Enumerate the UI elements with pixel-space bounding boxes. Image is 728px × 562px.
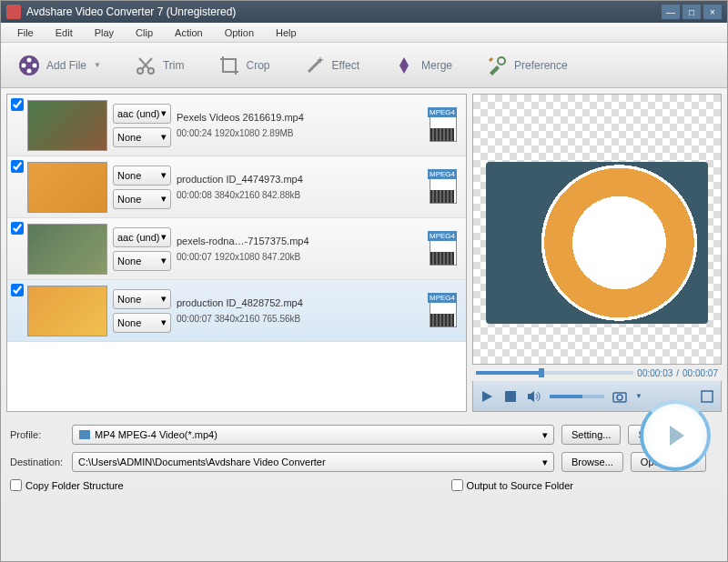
destination-value: C:\Users\ADMIN\Documents\Avdshare Video … xyxy=(78,457,542,467)
play-button[interactable] xyxy=(479,388,495,405)
file-item[interactable]: aac (und)▾ None▾ Pexels Videos 2616619.m… xyxy=(7,95,466,156)
maximize-button[interactable]: □ xyxy=(682,5,701,19)
file-checkbox[interactable] xyxy=(11,222,24,235)
destination-combo[interactable]: C:\Users\ADMIN\Documents\Avdshare Video … xyxy=(72,452,554,472)
audio-track-dropdown[interactable]: aac (und)▾ xyxy=(113,227,171,247)
play-icon xyxy=(670,426,684,446)
trim-label: Trim xyxy=(163,59,185,72)
stop-button[interactable] xyxy=(502,388,519,405)
dropdown-arrow-icon: ▼ xyxy=(94,61,101,69)
crop-label: Crop xyxy=(247,59,270,72)
merge-button[interactable]: Merge xyxy=(385,50,460,81)
file-checkbox[interactable] xyxy=(11,160,24,173)
file-checkbox[interactable] xyxy=(11,284,24,296)
convert-button[interactable] xyxy=(640,400,711,471)
profile-value: MP4 MPEG-4 Video(*.mp4) xyxy=(95,429,542,440)
file-thumbnail xyxy=(27,224,107,275)
effect-button[interactable]: Effect xyxy=(296,50,367,81)
copy-folder-checkbox[interactable] xyxy=(10,479,22,491)
menu-file[interactable]: File xyxy=(6,25,45,41)
file-meta: 00:00:07 3840x2160 765.56kB xyxy=(177,314,428,324)
preview-image xyxy=(486,162,709,324)
svg-point-4 xyxy=(22,63,26,67)
output-source-label: Output to Source Folder xyxy=(467,480,573,491)
menu-play[interactable]: Play xyxy=(84,25,125,41)
format-icon: MPEG4 xyxy=(428,169,459,206)
file-thumbnail xyxy=(27,100,107,151)
add-file-label: Add File xyxy=(46,59,86,72)
snapshot-button[interactable] xyxy=(612,388,628,405)
merge-icon xyxy=(392,54,416,77)
toolbar: Add File ▼ Trim Crop Effect Merge Prefer… xyxy=(1,43,727,88)
subtitle-dropdown[interactable]: None▾ xyxy=(113,127,171,147)
file-meta: 00:00:07 1920x1080 847.20kB xyxy=(177,252,428,262)
preview-screen[interactable] xyxy=(472,94,722,365)
destination-label: Destination: xyxy=(10,457,65,467)
volume-icon[interactable] xyxy=(526,388,542,405)
svg-line-9 xyxy=(308,61,319,72)
scissors-icon xyxy=(134,54,157,77)
menu-help[interactable]: Help xyxy=(265,25,308,41)
svg-point-3 xyxy=(27,68,32,73)
app-logo-icon xyxy=(6,5,21,19)
menu-edit[interactable]: Edit xyxy=(45,25,84,41)
wand-icon xyxy=(303,54,327,77)
file-item[interactable]: aac (und)▾ None▾ pexels-rodna…-7157375.m… xyxy=(7,218,466,280)
svg-point-10 xyxy=(498,57,505,65)
menu-action[interactable]: Action xyxy=(164,25,214,41)
menu-option[interactable]: Option xyxy=(214,25,265,41)
seek-slider[interactable] xyxy=(476,371,633,375)
merge-label: Merge xyxy=(421,59,452,72)
subtitle-dropdown[interactable]: None▾ xyxy=(113,313,171,333)
audio-track-dropdown[interactable]: None▾ xyxy=(113,166,171,186)
profile-label: Profile: xyxy=(10,429,65,440)
svg-line-11 xyxy=(490,58,492,61)
audio-track-dropdown[interactable]: aac (und)▾ xyxy=(113,104,171,124)
file-item[interactable]: None▾ None▾ production ID_4828752.mp4 00… xyxy=(7,280,466,342)
svg-rect-12 xyxy=(505,391,516,402)
file-thumbnail xyxy=(27,286,107,336)
tools-icon xyxy=(485,54,509,77)
format-icon: MPEG4 xyxy=(428,293,459,329)
preview-pane: 00:00:03 / 00:00:07 ▼ xyxy=(472,94,722,412)
file-checkbox[interactable] xyxy=(11,98,24,111)
crop-icon xyxy=(217,54,241,77)
menu-clip[interactable]: Clip xyxy=(125,25,164,41)
time-current: 00:00:03 xyxy=(637,368,672,378)
menubar: File Edit Play Clip Action Option Help xyxy=(1,23,727,43)
time-total: 00:00:07 xyxy=(682,368,718,378)
file-name: production ID_4828752.mp4 xyxy=(177,297,428,308)
setting-button[interactable]: Setting... xyxy=(561,425,621,445)
audio-track-dropdown[interactable]: None▾ xyxy=(113,289,171,309)
copy-folder-label: Copy Folder Structure xyxy=(25,480,124,491)
subtitle-dropdown[interactable]: None▾ xyxy=(113,189,171,209)
effect-label: Effect xyxy=(332,59,359,72)
subtitle-dropdown[interactable]: None▾ xyxy=(113,251,171,271)
window-title: Avdshare Video Converter 7 (Unregistered… xyxy=(26,5,659,18)
svg-rect-16 xyxy=(79,430,90,439)
file-list[interactable]: aac (und)▾ None▾ Pexels Videos 2616619.m… xyxy=(6,94,467,412)
titlebar: Avdshare Video Converter 7 (Unregistered… xyxy=(1,1,727,23)
preference-button[interactable]: Preference xyxy=(478,50,575,81)
svg-point-14 xyxy=(617,395,622,400)
snapshot-dropdown-arrow[interactable]: ▼ xyxy=(635,392,642,400)
close-button[interactable]: × xyxy=(703,5,722,19)
svg-point-1 xyxy=(27,57,32,62)
minimize-button[interactable]: — xyxy=(662,5,680,19)
format-icon: MPEG4 xyxy=(428,107,459,144)
file-name: Pexels Videos 2616619.mp4 xyxy=(177,112,428,123)
profile-combo[interactable]: MP4 MPEG-4 Video(*.mp4) ▾ xyxy=(72,425,554,445)
crop-button[interactable]: Crop xyxy=(210,50,278,81)
file-meta: 00:00:24 1920x1080 2.89MB xyxy=(177,128,428,138)
file-name: pexels-rodna…-7157375.mp4 xyxy=(177,236,428,246)
output-source-checkbox[interactable] xyxy=(451,479,463,491)
trim-button[interactable]: Trim xyxy=(126,50,192,81)
volume-slider[interactable] xyxy=(550,395,604,398)
file-thumbnail xyxy=(27,162,107,213)
preference-label: Preference xyxy=(514,59,568,72)
svg-point-2 xyxy=(33,63,37,67)
film-reel-icon xyxy=(17,54,41,77)
file-item[interactable]: None▾ None▾ production ID_4474973.mp4 00… xyxy=(7,156,466,218)
browse-button[interactable]: Browse... xyxy=(561,452,623,472)
add-file-button[interactable]: Add File ▼ xyxy=(10,50,108,81)
